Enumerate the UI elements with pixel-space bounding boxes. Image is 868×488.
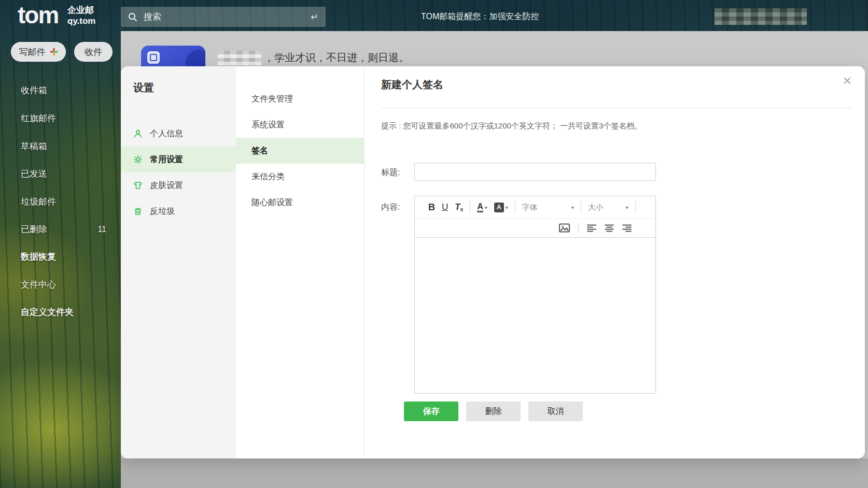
signature-hint: 提示 : 您可设置最多600个汉字或1200个英文字符； 一共可设置3个签名档。 [381,121,642,131]
subnav-system-settings[interactable]: 系统设置 [236,112,364,138]
sidebar-item-file-center[interactable]: 文件中心 [0,279,121,291]
content-field-label: 内容: [381,202,412,213]
tom-logo: tom [18,2,58,28]
toolbar-separator [581,202,581,213]
receive-label: 收件 [85,46,102,58]
settings-nav-antispam[interactable]: 反垃圾 [121,198,236,224]
highlight-color-button[interactable]: A▾ [494,203,508,212]
compose-label: 写邮件 [19,46,46,58]
chevron-down-icon: ▾ [485,205,487,210]
align-center-button[interactable] [605,224,614,232]
subnav-suixin-mail[interactable]: 随心邮设置 [236,190,364,216]
signature-editor: B U Tx A▾ A▾ 字体▾ 大小▾ [414,196,656,394]
page-bottom-strip [121,458,868,488]
divider [381,108,851,108]
plus-icon [50,48,58,56]
settings-nav-general[interactable]: 常用设置 [121,147,236,173]
cancel-button[interactable]: 取消 [528,401,583,421]
trash-icon [133,207,143,216]
font-size-dropdown[interactable]: 大小▾ [588,203,628,212]
subnav-signature[interactable]: 签名 [236,138,364,164]
bold-button[interactable]: B [428,202,435,213]
greeting-motto: ，学业才识，不日进，则日退。 [264,51,409,65]
chevron-down-icon: ▾ [506,205,508,210]
remove-format-button[interactable]: Tx [455,202,463,212]
app-mini-icon [147,51,160,64]
brand-line2: qy.tom [67,16,95,26]
settings-subnav-column: 文件夹管理 系统设置 签名 来信分类 随心邮设置 [236,66,365,458]
brand-line1: 企业邮 [67,5,95,16]
settings-modal: 设置 个人信息 常用设置 皮肤设置 [121,66,865,458]
toolbar-separator [578,223,579,233]
toolbar-separator [635,202,636,213]
signature-title-input[interactable] [414,163,656,181]
search-bar[interactable]: ↵ [121,7,326,27]
sidebar-item-inbox[interactable]: 收件箱 [0,84,121,97]
font-family-dropdown[interactable]: 字体▾ [522,203,574,212]
compose-button[interactable]: 写邮件 [11,42,66,62]
brand-label: 企业邮 qy.tom [67,5,95,26]
editor-toolbar-row1: B U Tx A▾ A▾ 字体▾ 大小▾ [415,196,655,219]
settings-nav-personal-info[interactable]: 个人信息 [121,121,236,147]
sidebar-item-data-recovery[interactable]: 数据恢复 [0,251,121,263]
sidebar-item-custom-folders[interactable]: 自定义文件夹 [0,306,121,319]
settings-title: 设置 [133,80,236,95]
user-icon [133,129,143,138]
align-left-button[interactable] [587,224,596,232]
account-info-censored [715,8,807,25]
tshirt-icon [133,181,143,190]
signature-panel: 新建个人签名 × 提示 : 您可设置最多600个汉字或1200个英文字符； 一共… [365,66,865,458]
deleted-count-badge: 11 [97,223,106,236]
subnav-mail-classification[interactable]: 来信分类 [236,164,364,190]
chevron-down-icon: ▾ [571,205,574,210]
signature-content-area[interactable] [415,238,655,393]
underline-button[interactable]: U [442,202,448,212]
title-field-label: 标题: [381,167,412,178]
close-icon[interactable]: × [843,74,851,88]
align-right-button[interactable] [622,224,632,232]
delete-button[interactable]: 删除 [466,401,521,421]
sidebar-item-drafts[interactable]: 草稿箱 [0,140,121,153]
receive-button[interactable]: 收件 [74,42,113,62]
search-input[interactable] [144,12,311,22]
toolbar-separator [470,202,470,213]
text-color-button[interactable]: A▾ [477,202,487,212]
toolbar-separator [515,202,515,213]
panel-title: 新建个人签名 [381,78,443,92]
save-button[interactable]: 保存 [404,401,458,421]
search-icon [128,12,137,22]
subnav-folder-management[interactable]: 文件夹管理 [236,86,364,112]
insert-image-button[interactable] [559,223,570,233]
security-notice: TOM邮箱提醒您：加强安全防控 [421,11,539,22]
sidebar-item-deleted[interactable]: 已删除11 [0,223,121,236]
sidebar-item-junk[interactable]: 垃圾邮件 [0,196,121,208]
chevron-down-icon: ▾ [626,205,628,210]
sidebar-item-flagged[interactable]: 红旗邮件 [0,112,121,125]
gear-icon [133,155,143,164]
sidebar-item-sent[interactable]: 已发送 [0,168,121,180]
username-censored [218,51,261,65]
settings-nav-skin[interactable]: 皮肤设置 [121,173,236,198]
search-enter-icon[interactable]: ↵ [311,11,318,23]
settings-nav-column: 设置 个人信息 常用设置 皮肤设置 [121,66,236,458]
editor-toolbar-row2 [415,219,655,238]
